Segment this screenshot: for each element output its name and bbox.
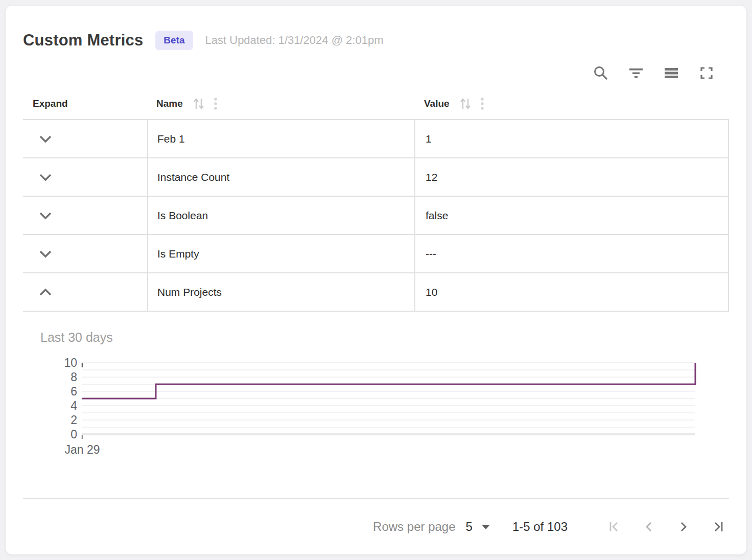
table-row: Is Empty --- — [23, 235, 728, 273]
chart-title: Last 30 days — [23, 330, 729, 345]
name-cell: Feb 1 — [147, 120, 414, 157]
value-cell: 1 — [414, 120, 728, 157]
column-header-name[interactable]: Name — [147, 97, 414, 111]
table-row: Is Boolean false — [23, 197, 728, 235]
expand-cell — [23, 120, 147, 157]
caret-down-icon — [482, 525, 490, 529]
column-header-name-label[interactable]: Name — [156, 98, 183, 109]
svg-text:8: 8 — [70, 370, 77, 384]
table-header-row: Expand Name Value — [23, 88, 729, 119]
table-toolbar — [23, 64, 729, 82]
rows-per-page-label: Rows per page — [373, 520, 455, 534]
pagination-footer: Rows per page 5 1-5 of 103 — [23, 498, 729, 554]
expand-cell — [23, 197, 147, 234]
svg-text:Jan 29: Jan 29 — [64, 443, 100, 456]
page-title: Custom Metrics — [23, 31, 143, 50]
expand-cell — [23, 235, 147, 272]
chevron-down-icon[interactable] — [39, 173, 52, 181]
column-menu-icon[interactable] — [480, 97, 484, 111]
svg-text:6: 6 — [70, 385, 77, 398]
table-row: Feb 1 1 — [23, 120, 728, 158]
svg-text:10: 10 — [64, 357, 77, 369]
chevron-down-icon[interactable] — [39, 212, 52, 220]
table-row: Num Projects 10 — [23, 273, 728, 312]
column-header-expand: Expand — [23, 98, 147, 109]
custom-metrics-card: Custom Metrics Beta Last Updated: 1/31/2… — [5, 5, 747, 555]
last-page-icon[interactable] — [711, 519, 726, 534]
rows-per-page-value[interactable]: 5 — [466, 520, 473, 534]
last-updated-text: Last Updated: 1/31/2024 @ 2:01pm — [205, 34, 384, 47]
name-cell: Is Boolean — [147, 197, 414, 234]
name-cell: Is Empty — [147, 235, 414, 272]
value-cell: false — [414, 197, 728, 234]
svg-text:4: 4 — [70, 399, 77, 412]
density-icon[interactable] — [663, 65, 679, 81]
filter-icon[interactable] — [628, 65, 644, 81]
beta-badge: Beta — [155, 31, 193, 50]
value-cell: --- — [414, 235, 728, 272]
svg-text:0: 0 — [70, 428, 77, 441]
value-cell: 10 — [414, 273, 728, 311]
name-cell: Num Projects — [147, 273, 414, 311]
first-page-icon[interactable] — [606, 519, 622, 534]
pagination-range: 1-5 of 103 — [512, 520, 568, 534]
rows-per-page-select[interactable]: 5 — [466, 520, 490, 534]
sort-icon[interactable] — [192, 97, 205, 111]
name-cell: Instance Count — [147, 158, 414, 196]
table-row: Instance Count 12 — [23, 158, 728, 197]
expand-cell — [23, 273, 147, 311]
next-page-icon[interactable] — [676, 519, 691, 534]
header: Custom Metrics Beta Last Updated: 1/31/2… — [23, 28, 729, 53]
chevron-down-icon[interactable] — [39, 135, 52, 143]
row-detail-panel: Last 30 days 0246810Jan 29 — [23, 312, 729, 462]
svg-text:2: 2 — [70, 413, 77, 427]
fullscreen-icon[interactable] — [698, 65, 715, 81]
table-body: Feb 1 1 Instance Count 12 Is Boolean fal… — [23, 119, 729, 312]
metric-step-chart: 0246810Jan 29 — [23, 357, 730, 462]
pagination-nav — [587, 519, 726, 534]
search-icon[interactable] — [593, 65, 609, 81]
chevron-up-icon[interactable] — [39, 288, 52, 296]
column-header-value[interactable]: Value — [414, 97, 729, 111]
value-cell: 12 — [414, 158, 728, 196]
column-header-expand-label: Expand — [33, 98, 68, 109]
column-menu-icon[interactable] — [214, 97, 218, 111]
previous-page-icon[interactable] — [641, 519, 656, 534]
column-header-value-label[interactable]: Value — [424, 98, 450, 109]
sort-icon[interactable] — [459, 97, 472, 111]
expand-cell — [23, 158, 147, 196]
chevron-down-icon[interactable] — [39, 250, 52, 258]
